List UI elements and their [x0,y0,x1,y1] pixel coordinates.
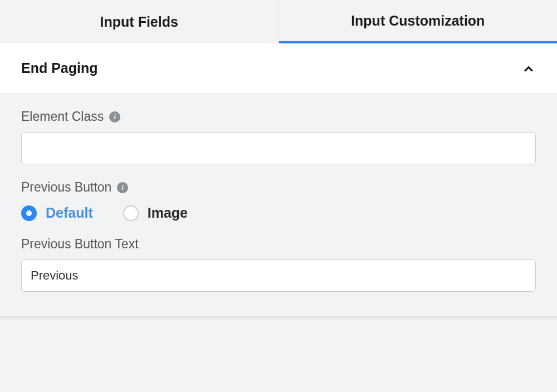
field-previous-button: Previous Button i Default Image [21,180,536,221]
tab-label: Input Fields [100,14,178,30]
section-title: End Paging [21,60,98,76]
radio-option-default[interactable]: Default [21,205,93,221]
tab-label: Input Customization [351,13,485,29]
info-icon[interactable]: i [109,111,120,122]
radio-circle-icon [21,205,37,221]
section-header[interactable]: End Paging [0,43,557,94]
field-label: Previous Button Text [21,237,536,252]
panel-body: Element Class i Previous Button i Defaul… [0,94,557,314]
info-icon[interactable]: i [117,182,128,193]
radio-row: Default Image [21,205,536,221]
radio-circle-icon [123,205,139,221]
tab-input-fields[interactable]: Input Fields [0,0,279,43]
field-previous-button-text: Previous Button Text [21,237,536,292]
label-text: Previous Button Text [21,237,139,252]
radio-label: Image [148,205,188,221]
previous-button-text-input[interactable] [21,259,536,292]
radio-option-image[interactable]: Image [123,205,188,221]
radio-label: Default [46,205,93,221]
element-class-input[interactable] [21,132,536,164]
field-label: Element Class i [21,109,536,124]
chevron-up-icon [521,61,536,76]
tab-input-customization[interactable]: Input Customization [279,0,558,43]
label-text: Previous Button [21,180,111,195]
label-text: Element Class [21,109,104,124]
divider [0,316,557,320]
tabs-bar: Input Fields Input Customization [0,0,557,43]
field-element-class: Element Class i [21,109,536,164]
field-label: Previous Button i [21,180,536,195]
